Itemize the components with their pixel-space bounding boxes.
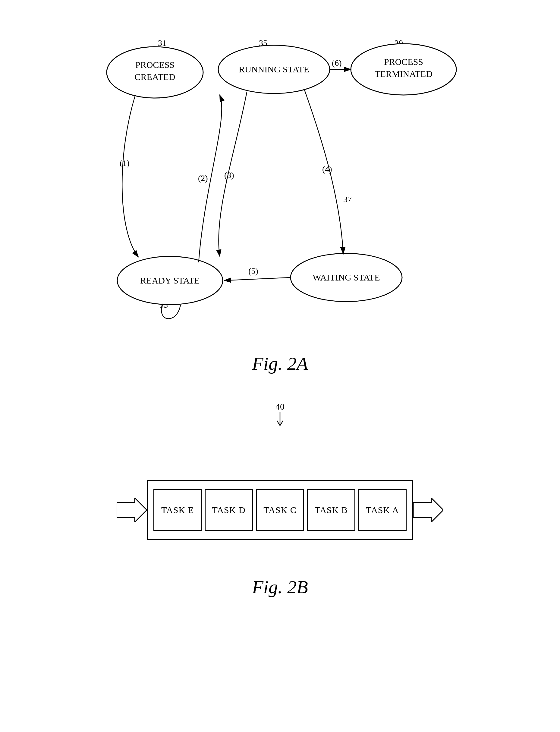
transition-1-arrow <box>122 95 138 257</box>
page: 31 35 39 33 37 PROCESS CREATED RUNNING S… <box>0 0 560 732</box>
task-queue: TASK E TASK D TASK C TASK B TASK A <box>147 480 413 540</box>
transition-5-label: (5) <box>248 266 258 276</box>
fig2a-svg: 31 35 39 33 37 PROCESS CREATED RUNNING S… <box>99 18 461 350</box>
ref-40: 40 <box>275 402 285 427</box>
input-arrow <box>117 498 147 522</box>
process-terminated-label2: TERMINATED <box>375 69 433 79</box>
fig2b-label: Fig. 2B <box>252 576 308 598</box>
task-c-cell: TASK C <box>256 489 304 531</box>
process-created-label: PROCESS <box>135 60 175 70</box>
task-b-cell: TASK B <box>307 489 355 531</box>
ready-state-label: READY STATE <box>140 275 200 285</box>
transition-2-label: (2) <box>198 173 208 183</box>
transition-1-label: (1) <box>120 158 130 168</box>
fig2a-label: Fig. 2A <box>252 353 308 374</box>
svg-marker-3 <box>413 498 443 522</box>
transition-3-label: (3) <box>224 170 234 180</box>
ref-37: 37 <box>343 194 352 204</box>
fig2b-diagram: TASK E TASK D TASK C TASK B TASK A <box>69 453 491 567</box>
running-state-label: RUNNING STATE <box>239 64 309 74</box>
fig2b-wrapper: 40 TASK E TASK D TASK C <box>69 417 491 567</box>
svg-marker-2 <box>117 498 147 522</box>
ref-40-line <box>275 412 285 427</box>
output-arrow <box>413 498 443 522</box>
transition-6-label: (6) <box>332 58 342 68</box>
task-a-cell: TASK A <box>358 489 407 531</box>
transition-5-arrow <box>224 277 291 280</box>
transition-4-label: (4) <box>322 164 332 174</box>
task-e-cell: TASK E <box>153 489 202 531</box>
waiting-state-label: WAITING STATE <box>313 272 380 282</box>
process-created-label2: CREATED <box>135 72 175 82</box>
process-terminated-label: PROCESS <box>384 57 423 67</box>
task-d-cell: TASK D <box>205 489 253 531</box>
ref-31: 31 <box>158 38 166 48</box>
fig2a-diagram: 31 35 39 33 37 PROCESS CREATED RUNNING S… <box>99 18 461 350</box>
